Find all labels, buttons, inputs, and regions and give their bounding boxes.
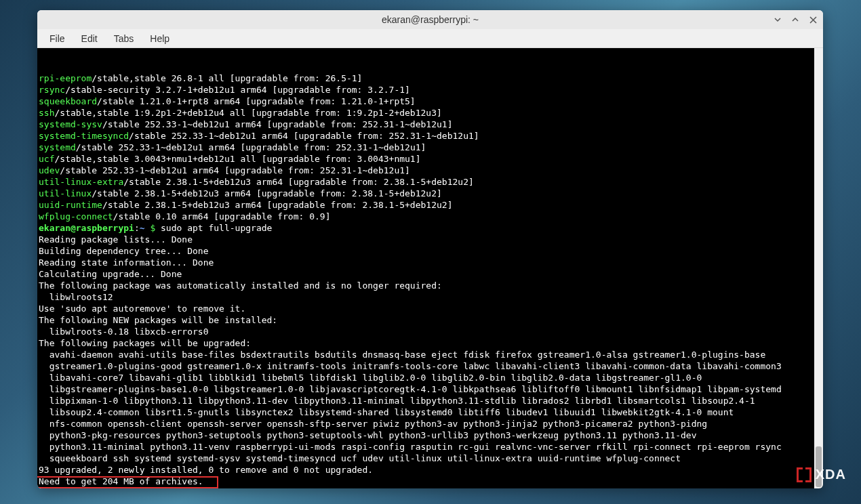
terminal-window: ekaran@raspberrypi: ~ File Edit Tabs Hel… xyxy=(37,10,823,488)
xda-logo-icon xyxy=(797,467,812,482)
window-title: ekaran@raspberrypi: ~ xyxy=(382,14,479,25)
xda-watermark: XDA xyxy=(797,467,846,482)
menu-help[interactable]: Help xyxy=(143,30,176,47)
scrollbar[interactable] xyxy=(814,48,823,488)
menu-edit[interactable]: Edit xyxy=(75,30,104,47)
minimize-button[interactable] xyxy=(773,15,782,24)
window-controls xyxy=(773,10,818,29)
menubar: File Edit Tabs Help xyxy=(37,29,823,48)
menu-tabs[interactable]: Tabs xyxy=(107,30,141,47)
titlebar[interactable]: ekaran@raspberrypi: ~ xyxy=(37,10,823,29)
menu-file[interactable]: File xyxy=(43,30,72,47)
terminal-output[interactable]: rpi-eeprom/stable,stable 26.8-1 all [upg… xyxy=(37,48,823,488)
xda-logo-text: XDA xyxy=(816,467,846,482)
close-button[interactable] xyxy=(808,15,818,24)
maximize-button[interactable] xyxy=(790,15,800,24)
